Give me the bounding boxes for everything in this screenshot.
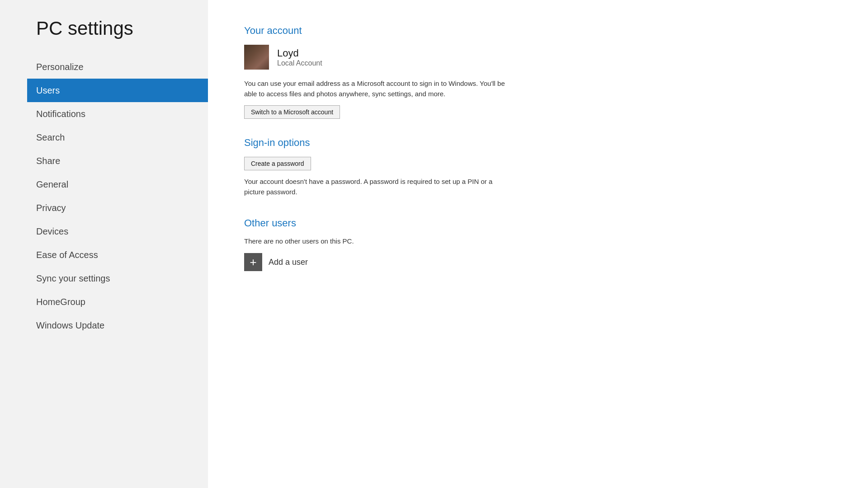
- account-name-block: Loyd Local Account: [277, 47, 322, 67]
- account-description: You can use your email address as a Micr…: [244, 79, 506, 99]
- sidebar-item-personalize[interactable]: Personalize: [36, 55, 208, 79]
- sidebar-item-privacy[interactable]: Privacy: [36, 196, 208, 220]
- sidebar-item-general[interactable]: General: [36, 173, 208, 196]
- avatar: [244, 45, 269, 70]
- sign-in-options-section: Sign-in options Create a password Your a…: [244, 137, 832, 197]
- main-content: Your account Loyd Local Account You can …: [208, 0, 868, 488]
- sign-in-options-title: Sign-in options: [244, 137, 832, 149]
- sidebar-item-users[interactable]: Users: [27, 79, 208, 102]
- sidebar-item-share[interactable]: Share: [36, 149, 208, 173]
- avatar-image: [244, 45, 269, 70]
- password-description: Your account doesn't have a password. A …: [244, 177, 497, 197]
- sidebar: PC settings Personalize Users Notificati…: [0, 0, 208, 488]
- sidebar-nav: Personalize Users Notifications Search S…: [36, 55, 208, 337]
- add-user-button[interactable]: +: [244, 253, 262, 271]
- no-other-users-text: There are no other users on this PC.: [244, 237, 832, 245]
- sidebar-item-windows-update[interactable]: Windows Update: [36, 314, 208, 337]
- account-type-label: Local Account: [277, 59, 322, 67]
- other-users-section: Other users There are no other users on …: [244, 217, 832, 271]
- sidebar-item-devices[interactable]: Devices: [36, 220, 208, 243]
- sidebar-item-homegroup[interactable]: HomeGroup: [36, 290, 208, 314]
- sidebar-item-notifications[interactable]: Notifications: [36, 102, 208, 126]
- add-user-row[interactable]: + Add a user: [244, 253, 832, 271]
- sidebar-item-ease-of-access[interactable]: Ease of Access: [36, 243, 208, 267]
- add-user-label: Add a user: [269, 258, 308, 267]
- your-account-section: Your account Loyd Local Account You can …: [244, 25, 832, 119]
- sidebar-item-sync-your-settings[interactable]: Sync your settings: [36, 267, 208, 290]
- switch-to-microsoft-account-button[interactable]: Switch to a Microsoft account: [244, 105, 340, 119]
- your-account-title: Your account: [244, 25, 832, 37]
- app-title: PC settings: [36, 18, 208, 39]
- other-users-title: Other users: [244, 217, 832, 229]
- account-profile: Loyd Local Account: [244, 45, 832, 70]
- account-username: Loyd: [277, 47, 322, 59]
- sidebar-item-search[interactable]: Search: [36, 126, 208, 149]
- create-password-button[interactable]: Create a password: [244, 157, 311, 170]
